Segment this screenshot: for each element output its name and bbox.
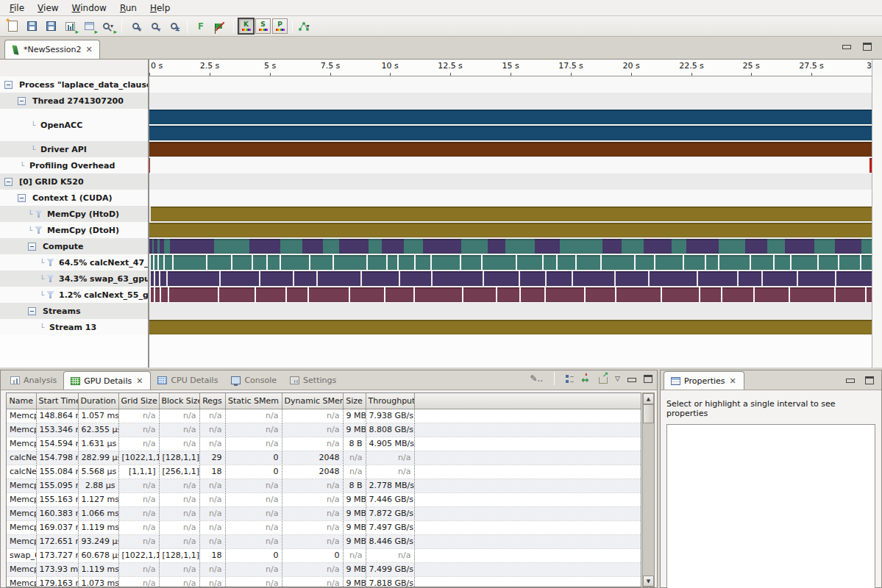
interval-bar[interactable] — [686, 239, 719, 254]
interval-bar[interactable] — [836, 271, 872, 286]
timeline-track-openacc[interactable] — [149, 109, 872, 141]
interval-bar[interactable] — [423, 239, 461, 254]
interval-bar[interactable] — [745, 239, 767, 254]
interval-bar[interactable] — [602, 255, 634, 270]
compare-arrows-icon[interactable] — [581, 374, 591, 383]
timeline-label-stream-13[interactable]: └Stream 13 — [0, 319, 149, 335]
dropdown-caret-icon[interactable]: ▾ — [110, 23, 113, 29]
interval-bar[interactable] — [149, 110, 872, 124]
menu-window[interactable]: Window — [65, 1, 113, 15]
interval-bar[interactable] — [165, 255, 172, 270]
tab-properties[interactable]: Properties ✕ — [664, 371, 744, 390]
interval-bar[interactable] — [650, 271, 697, 286]
scroll-down-icon[interactable]: ▼ — [643, 576, 654, 587]
column-header-throughput[interactable]: Throughput — [366, 393, 414, 409]
collapse-icon[interactable] — [18, 194, 26, 202]
interval-bar[interactable] — [339, 239, 369, 254]
interval-bar[interactable] — [483, 255, 516, 270]
collapse-icon[interactable] — [28, 243, 36, 251]
timeline-label-profiling-overhead[interactable]: └Profiling Overhead — [0, 157, 149, 173]
menu-view[interactable]: View — [31, 1, 65, 15]
filter-funnel-icon[interactable] — [46, 259, 54, 266]
gpu-table-row[interactable]: calcNext155.084 ms5.568 µs[1,1,1][256,1,… — [7, 465, 641, 478]
interval-bar[interactable] — [221, 271, 259, 286]
interval-bar[interactable] — [161, 287, 168, 302]
timeline-label-kernel-calcnext55[interactable]: └1.2% calcNext_55_g... — [0, 287, 149, 303]
gpu-table-row[interactable]: swap_63173.727 ms60.678 µs[1022,1,1][128… — [7, 548, 641, 562]
gpu-table-row[interactable]: Memcpy169.037 ms1.119 msn/an/an/an/an/a9… — [7, 520, 641, 534]
menu-help[interactable]: Help — [143, 1, 177, 15]
interval-bar[interactable] — [151, 271, 154, 286]
interval-bar[interactable] — [433, 271, 483, 286]
interval-bar[interactable] — [232, 255, 252, 270]
interval-bar[interactable] — [636, 255, 654, 270]
column-header-size[interactable]: Size — [343, 393, 366, 409]
interval-bar[interactable] — [739, 271, 761, 286]
gpu-table-row[interactable]: Memcpy160.383 ms1.066 msn/an/an/an/an/a9… — [7, 506, 641, 520]
column-header-static-smem[interactable]: Static SMem — [225, 393, 282, 409]
interval-bar[interactable] — [155, 271, 159, 286]
interval-bar[interactable] — [698, 271, 737, 286]
timeline-label-memcpy-htod[interactable]: └MemCpy (HtoD) — [0, 206, 149, 222]
interval-bar[interactable] — [382, 239, 404, 254]
interval-bar[interactable] — [399, 255, 414, 270]
interval-bar[interactable] — [253, 255, 266, 270]
column-header-block-size[interactable]: Block Size — [159, 393, 199, 409]
interval-bar[interactable] — [310, 255, 332, 270]
interval-bar[interactable] — [415, 287, 462, 302]
interval-bar[interactable] — [706, 255, 718, 270]
interval-bar[interactable] — [544, 255, 556, 270]
interval-bar[interactable] — [287, 287, 307, 302]
interval-bar[interactable] — [155, 287, 160, 302]
interval-bar[interactable] — [260, 271, 293, 286]
generate-report-button[interactable]: ▸ — [60, 18, 79, 35]
interval-bar[interactable] — [546, 287, 584, 302]
interval-bar[interactable] — [867, 287, 872, 302]
interval-bar[interactable] — [662, 287, 699, 302]
interval-bar[interactable] — [484, 271, 519, 286]
interval-bar[interactable] — [672, 239, 686, 254]
interval-bar[interactable] — [149, 126, 872, 140]
timeline-track-context-1[interactable] — [149, 190, 872, 206]
interval-bar[interactable] — [622, 239, 644, 254]
timeline-label-context-1[interactable]: Context 1 (CUDA) — [0, 190, 149, 206]
interval-bar[interactable] — [149, 142, 872, 157]
tab-console[interactable]: Console — [224, 371, 283, 390]
interval-bar[interactable] — [814, 239, 835, 254]
interval-bar[interactable] — [159, 255, 163, 270]
tab-gpu-details[interactable]: GPU Details✕ — [63, 371, 151, 390]
timeline-track-grid-k520[interactable] — [149, 173, 872, 190]
interval-bar[interactable] — [368, 255, 386, 270]
interval-bar[interactable] — [151, 287, 154, 302]
edit-filter-icon[interactable]: ✎.. — [530, 373, 543, 384]
tab-analysis[interactable]: Analysis — [4, 371, 63, 390]
interval-bar[interactable] — [432, 255, 460, 270]
run-analysis-button[interactable]: ▸▾ — [99, 18, 118, 35]
session-tab[interactable]: *NewSession2 ✕ — [4, 40, 100, 59]
group-layout-icon[interactable] — [566, 375, 574, 383]
interval-bar[interactable] — [268, 255, 280, 270]
properties-tab-close-icon[interactable]: ✕ — [729, 376, 737, 386]
interval-bar[interactable] — [560, 239, 602, 254]
gpu-table-row[interactable]: Memcpy148.864 ms1.057 msn/an/an/an/an/a9… — [7, 409, 641, 423]
interval-bar[interactable] — [416, 255, 430, 270]
interval-bar[interactable] — [168, 271, 219, 286]
save-all-button[interactable]: .. — [41, 18, 60, 35]
interval-bar[interactable] — [350, 287, 384, 302]
zoom-out-button[interactable]: − — [145, 18, 164, 35]
kernel-colors-toggle[interactable]: K — [238, 18, 254, 34]
export-icon[interactable] — [599, 377, 608, 384]
interval-bar[interactable] — [294, 271, 316, 286]
interval-bar[interactable] — [785, 239, 814, 254]
timeline-track-stream-13[interactable] — [149, 319, 872, 335]
interval-bar[interactable] — [790, 287, 834, 302]
interval-bar[interactable] — [149, 320, 872, 334]
scrollbar-thumb[interactable] — [643, 404, 654, 423]
interval-bar[interactable] — [644, 239, 672, 254]
gpu-table-row[interactable]: Memcpy173.93 ms1.119 msn/an/an/an/an/a9 … — [7, 562, 641, 576]
maximize-icon[interactable] — [863, 43, 872, 51]
interval-bar[interactable] — [164, 239, 170, 254]
interval-bar[interactable] — [535, 239, 560, 254]
interval-bar[interactable] — [798, 271, 835, 286]
timeline-track-kernel-calcnext55[interactable] — [149, 287, 872, 303]
